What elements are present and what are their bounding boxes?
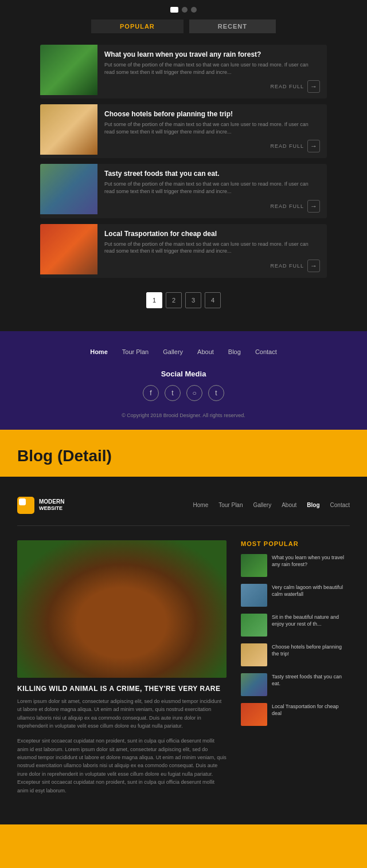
article-title: KILLING WILD ANIMAL IS A CRIME, THEY'RE … xyxy=(17,685,227,693)
instagram-icon[interactable]: ○ xyxy=(186,385,202,401)
card-title-4: Local Trasportation for cheap deal xyxy=(104,230,320,238)
sidebar-thumb-4 xyxy=(241,643,267,666)
card-text-1: Put some of the portion of the main text… xyxy=(104,61,320,76)
sidebar-thumb-2 xyxy=(241,584,267,607)
read-full-row-3: READ FULL → xyxy=(104,200,320,213)
card-text-4: Put some of the portion of the main text… xyxy=(104,241,320,255)
sidebar-item-text-2: Very calm lagoon with beautiful calm wat… xyxy=(272,584,350,598)
facebook-icon[interactable]: f xyxy=(143,385,159,401)
article-text-1: Lorem ipsum dolor sit amet, consectetur … xyxy=(17,697,227,730)
card-content-3: Tasty street foods that you can eat. Put… xyxy=(97,164,327,218)
squirrel-image xyxy=(17,540,227,678)
detail-content: KILLING WILD ANIMAL IS A CRIME, THEY'RE … xyxy=(17,540,350,802)
read-full-button-4[interactable]: → xyxy=(307,260,320,272)
pagination: 1 2 3 4 xyxy=(40,292,327,308)
detail-nav-contact[interactable]: Contact xyxy=(330,502,350,508)
card-title-1: What you learn when you travel any rain … xyxy=(104,50,320,58)
blog-card-4: Local Trasportation for cheap deal Put s… xyxy=(40,224,327,278)
detail-main: KILLING WILD ANIMAL IS A CRIME, THEY'RE … xyxy=(17,540,227,802)
arrow-icon-1: → xyxy=(310,83,317,91)
read-full-row-1: READ FULL → xyxy=(104,80,320,93)
card-image-2 xyxy=(40,104,97,155)
footer-nav-home[interactable]: Home xyxy=(90,348,108,355)
footer-nav-about[interactable]: About xyxy=(197,348,214,355)
logo-icon xyxy=(17,497,34,514)
sidebar-item-text-5: Tasty street foods that you can eat. xyxy=(272,673,350,688)
footer-nav-gallery[interactable]: Gallery xyxy=(163,348,183,355)
detail-nav-tourplan[interactable]: Tour Plan xyxy=(218,502,243,508)
logo-line2: WEBSITE xyxy=(39,505,64,512)
detail-hero-image xyxy=(17,540,227,678)
tab-popular[interactable]: POPULAR xyxy=(91,19,184,33)
blog-tabs: POPULAR RECENT xyxy=(40,19,327,33)
social-media-label: Social Media xyxy=(11,370,356,378)
tab-recent[interactable]: RECENT xyxy=(189,19,276,33)
card-title-2: Choose hotels before planning the trip! xyxy=(104,110,320,118)
dot-active[interactable] xyxy=(170,7,178,13)
dot-2[interactable] xyxy=(182,7,188,13)
article-text-2: Excepteur sint occaecat cupidatat non pr… xyxy=(17,737,227,795)
detail-nav-blog[interactable]: Blog xyxy=(307,502,319,508)
arrow-icon-3: → xyxy=(310,202,317,210)
blog-card-2: Choose hotels before planning the trip! … xyxy=(40,104,327,158)
copyright-text: © Copyright 2018 Brooid Designer. All ri… xyxy=(11,413,356,418)
sidebar-item-1[interactable]: What you learn when you travel any rain … xyxy=(241,554,350,577)
footer-nav-blog[interactable]: Blog xyxy=(228,348,241,355)
footer: Home Tour Plan Gallery About Blog Contac… xyxy=(0,331,367,430)
read-full-label-3: READ FULL xyxy=(270,203,304,209)
sidebar-item-text-3: Sit in the beautiful nature and enjoy yo… xyxy=(272,614,350,628)
sidebar-thumb-5 xyxy=(241,673,267,696)
detail-header: MODERN WEBSITE Home Tour Plan Gallery Ab… xyxy=(17,488,350,526)
sidebar-thumb-3 xyxy=(241,614,267,637)
read-full-row-2: READ FULL → xyxy=(104,140,320,152)
dot-3[interactable] xyxy=(191,7,197,13)
detail-nav: Home Tour Plan Gallery About Blog Contac… xyxy=(193,502,350,508)
arrow-icon-4: → xyxy=(310,262,317,270)
card-image-4 xyxy=(40,224,97,274)
read-full-label-2: READ FULL xyxy=(270,143,304,149)
blog-detail-section: MODERN WEBSITE Home Tour Plan Gallery Ab… xyxy=(0,477,367,824)
read-full-button-1[interactable]: → xyxy=(307,80,320,93)
sidebar-thumb-6 xyxy=(241,703,267,726)
page-button-2[interactable]: 2 xyxy=(166,292,182,308)
logo-line1: MODERN xyxy=(39,498,64,505)
tumblr-icon[interactable]: t xyxy=(208,385,224,401)
sidebar-item-3[interactable]: Sit in the beautiful nature and enjoy yo… xyxy=(241,614,350,637)
card-content-1: What you learn when you travel any rain … xyxy=(97,45,327,99)
detail-nav-home[interactable]: Home xyxy=(193,502,209,508)
blog-list-section: POPULAR RECENT What you learn when you t… xyxy=(0,0,367,331)
card-image-1 xyxy=(40,45,97,95)
sidebar-item-6[interactable]: Local Trasportation for cheap deal xyxy=(241,703,350,726)
read-full-button-2[interactable]: → xyxy=(307,140,320,152)
arrow-icon-2: → xyxy=(310,142,317,150)
page-button-4[interactable]: 4 xyxy=(205,292,221,308)
sidebar-item-text-4: Choose hotels before planning the trip! xyxy=(272,643,350,658)
read-full-label-4: READ FULL xyxy=(270,263,304,269)
twitter-icon[interactable]: t xyxy=(165,385,181,401)
footer-nav-tourplan[interactable]: Tour Plan xyxy=(122,348,149,355)
sidebar-item-2[interactable]: Very calm lagoon with beautiful calm wat… xyxy=(241,584,350,607)
read-full-button-3[interactable]: → xyxy=(307,200,320,213)
detail-nav-about[interactable]: About xyxy=(282,502,296,508)
read-full-label-1: READ FULL xyxy=(270,84,304,89)
page-button-1[interactable]: 1 xyxy=(146,292,162,308)
card-image-3 xyxy=(40,164,97,214)
sidebar-item-4[interactable]: Choose hotels before planning the trip! xyxy=(241,643,350,666)
footer-nav: Home Tour Plan Gallery About Blog Contac… xyxy=(11,348,356,355)
card-content-2: Choose hotels before planning the trip! … xyxy=(97,104,327,158)
detail-sidebar: MOST POPULAR What you learn when you tra… xyxy=(241,540,350,802)
card-text-3: Put some of the portion of the main text… xyxy=(104,180,320,195)
logo-text: MODERN WEBSITE xyxy=(39,498,64,512)
footer-nav-contact[interactable]: Contact xyxy=(255,348,277,355)
card-text-2: Put some of the portion of the main text… xyxy=(104,121,320,135)
blog-card-3: Tasty street foods that you can eat. Put… xyxy=(40,164,327,218)
detail-nav-gallery[interactable]: Gallery xyxy=(253,502,271,508)
read-full-row-4: READ FULL → xyxy=(104,260,320,272)
page-button-3[interactable]: 3 xyxy=(185,292,201,308)
card-content-4: Local Trasportation for cheap deal Put s… xyxy=(97,224,327,278)
carousel-dots xyxy=(40,0,327,19)
sidebar-item-5[interactable]: Tasty street foods that you can eat. xyxy=(241,673,350,696)
section-title: Blog (Detail) xyxy=(17,447,350,465)
sidebar-thumb-1 xyxy=(241,554,267,577)
sidebar-item-text-1: What you learn when you travel any rain … xyxy=(272,554,350,568)
